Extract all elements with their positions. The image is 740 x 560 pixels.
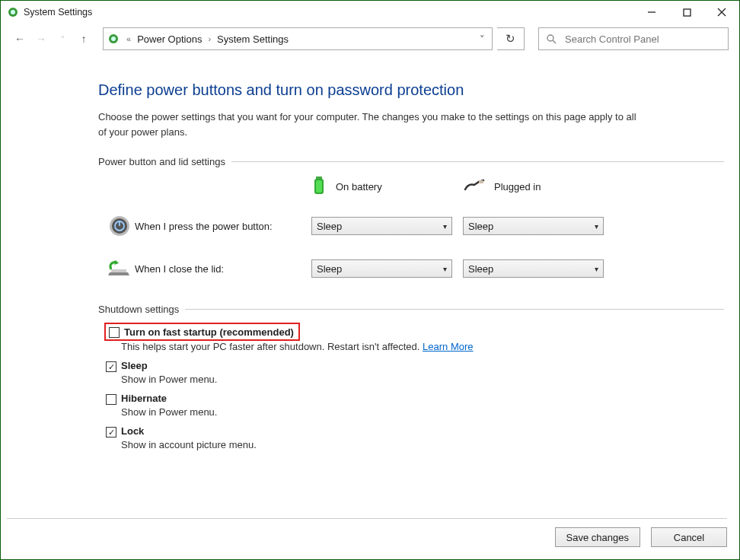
- shutdown-section-heading: Shutdown settings: [98, 304, 724, 315]
- search-box[interactable]: [538, 27, 729, 50]
- minimize-button[interactable]: [634, 1, 669, 24]
- address-icon: [104, 33, 123, 45]
- battery-icon: [311, 175, 327, 199]
- recent-dropdown[interactable]: ˅: [54, 27, 71, 50]
- refresh-button[interactable]: ↻: [497, 27, 525, 50]
- forward-button[interactable]: →: [33, 27, 49, 50]
- column-battery-label: On battery: [336, 181, 382, 192]
- search-icon: [539, 33, 563, 44]
- page-intro: Choose the power settings that you want …: [98, 110, 646, 139]
- lid-close-label: When I close the lid:: [135, 263, 311, 275]
- content-area: Define power buttons and turn on passwor…: [1, 54, 739, 473]
- cancel-button[interactable]: Cancel: [651, 527, 727, 547]
- address-bar[interactable]: « Power Options › System Settings ˅: [103, 27, 493, 50]
- chevron-right-icon: ›: [205, 34, 214, 43]
- chevron-down-icon: ▾: [443, 265, 447, 273]
- highlighted-fast-startup: Turn on fast startup (recommended): [104, 323, 300, 341]
- hibernate-checkbox[interactable]: [106, 394, 116, 405]
- power-button-label: When I press the power button:: [135, 221, 311, 232]
- lock-sub: Show in account picture menu.: [121, 439, 724, 450]
- chevron-down-icon: ▾: [595, 222, 598, 231]
- svg-rect-3: [684, 9, 691, 16]
- lid-battery-select[interactable]: Sleep▾: [311, 259, 452, 278]
- breadcrumb-prefix: «: [123, 34, 134, 43]
- column-headers: On battery Plugged in: [311, 175, 724, 199]
- hibernate-label: Hibernate: [121, 393, 167, 404]
- breadcrumb-item[interactable]: System Settings: [214, 33, 292, 45]
- address-history-dropdown[interactable]: ˅: [472, 33, 492, 45]
- power-section-heading: Power button and lid settings: [98, 156, 724, 167]
- fast-startup-sub: This helps start your PC faster after sh…: [121, 341, 724, 352]
- divider: [231, 161, 724, 162]
- sleep-label: Sleep: [121, 360, 148, 371]
- chevron-down-icon: ▾: [443, 222, 447, 231]
- svg-rect-13: [479, 180, 483, 183]
- app-icon: [7, 6, 19, 18]
- svg-rect-10: [316, 177, 322, 179]
- sleep-checkbox[interactable]: [106, 361, 116, 372]
- svg-line-9: [553, 40, 556, 43]
- power-button-icon: [104, 215, 135, 237]
- lock-checkbox[interactable]: [106, 427, 116, 438]
- action-bar: Save changes Cancel: [555, 518, 727, 547]
- maximize-button[interactable]: [669, 1, 704, 24]
- svg-rect-12: [316, 180, 322, 192]
- window-title: System Settings: [24, 7, 92, 18]
- window-controls: [634, 1, 739, 24]
- close-button[interactable]: [704, 1, 739, 24]
- sleep-sub: Show in Power menu.: [121, 374, 724, 385]
- column-plugged-label: Plugged in: [494, 181, 541, 192]
- divider: [185, 309, 724, 310]
- fast-startup-label: Turn on fast startup (recommended): [124, 326, 294, 338]
- lock-label: Lock: [121, 425, 144, 437]
- power-button-row: When I press the power button: Sleep▾ Sl…: [98, 205, 724, 247]
- svg-point-1: [11, 10, 15, 14]
- up-button[interactable]: ↑: [75, 27, 92, 50]
- plug-icon: [464, 179, 485, 195]
- hibernate-sub: Show in Power menu.: [121, 406, 724, 418]
- save-changes-button[interactable]: Save changes: [555, 527, 640, 547]
- svg-point-8: [547, 35, 553, 41]
- titlebar: System Settings: [1, 1, 739, 24]
- chevron-down-icon: ▾: [595, 265, 598, 273]
- svg-rect-18: [111, 269, 126, 272]
- nav-bar: ← → ˅ ↑ « Power Options › System Setting…: [1, 24, 739, 54]
- power-button-plugged-select[interactable]: Sleep▾: [463, 217, 604, 235]
- search-input[interactable]: [563, 33, 728, 46]
- page-title: Define power buttons and turn on passwor…: [98, 81, 724, 99]
- fast-startup-checkbox[interactable]: [109, 327, 120, 338]
- breadcrumb-item[interactable]: Power Options: [134, 33, 205, 45]
- lid-plugged-select[interactable]: Sleep▾: [463, 259, 604, 278]
- learn-more-link[interactable]: Learn More: [423, 341, 473, 352]
- lid-close-row: When I close the lid: Sleep▾ Sleep▾: [98, 247, 724, 290]
- svg-point-7: [111, 37, 116, 41]
- power-button-battery-select[interactable]: Sleep▾: [311, 217, 452, 235]
- laptop-lid-icon: [104, 259, 135, 278]
- back-button[interactable]: ←: [11, 27, 28, 50]
